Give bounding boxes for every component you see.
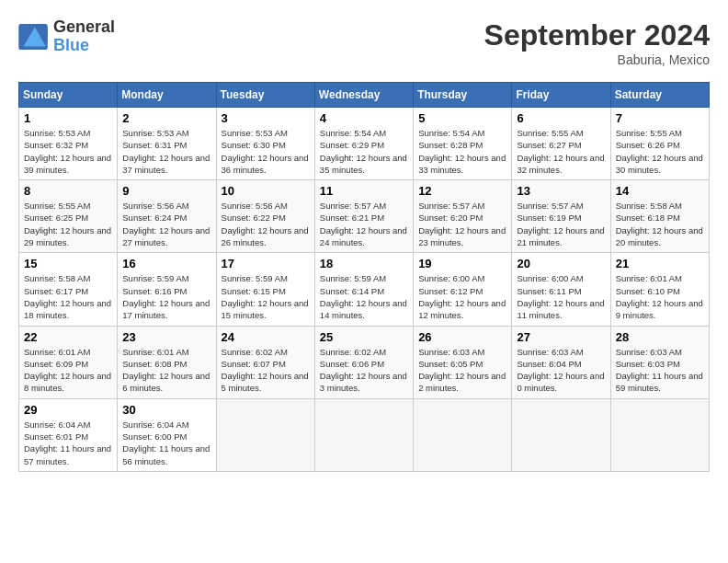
calendar-table: SundayMondayTuesdayWednesdayThursdayFrid…: [18, 82, 710, 472]
day-info: Sunrise: 6:03 AMSunset: 6:05 PMDaylight:…: [418, 346, 506, 395]
logo: General Blue: [18, 18, 115, 55]
day-info: Sunrise: 5:57 AMSunset: 6:19 PMDaylight:…: [517, 200, 605, 248]
day-info: Sunrise: 5:55 AMSunset: 6:25 PMDaylight:…: [24, 200, 112, 248]
calendar-cell: [512, 398, 610, 471]
day-number: 26: [418, 330, 506, 344]
location: Baburia, Mexico: [484, 52, 710, 67]
day-info: Sunrise: 6:01 AMSunset: 6:09 PMDaylight:…: [24, 346, 112, 395]
day-number: 13: [517, 184, 605, 198]
page-header: General Blue September 2024 Baburia, Mex…: [18, 18, 710, 67]
day-number: 3: [222, 111, 310, 125]
day-info: Sunrise: 5:59 AMSunset: 6:15 PMDaylight:…: [222, 272, 310, 321]
day-info: Sunrise: 6:02 AMSunset: 6:06 PMDaylight:…: [320, 346, 408, 395]
calendar-cell: 1 Sunrise: 5:53 AMSunset: 6:32 PMDayligh…: [19, 108, 118, 180]
day-number: 30: [122, 403, 210, 417]
header-cell-friday: Friday: [512, 83, 610, 108]
calendar-cell: 6 Sunrise: 5:55 AMSunset: 6:27 PMDayligh…: [512, 108, 610, 180]
header-cell-tuesday: Tuesday: [216, 83, 314, 108]
calendar-week-5: 29 Sunrise: 6:04 AMSunset: 6:01 PMDaylig…: [19, 398, 710, 471]
day-number: 14: [616, 184, 704, 198]
day-info: Sunrise: 6:01 AMSunset: 6:10 PMDaylight:…: [616, 272, 704, 321]
day-number: 27: [517, 330, 605, 344]
header-cell-wednesday: Wednesday: [314, 83, 413, 108]
day-number: 7: [616, 111, 704, 125]
day-number: 20: [517, 257, 605, 270]
calendar-cell: 27 Sunrise: 6:03 AMSunset: 6:04 PMDaylig…: [512, 326, 610, 398]
day-info: Sunrise: 5:56 AMSunset: 6:22 PMDaylight:…: [222, 200, 310, 248]
day-number: 2: [122, 111, 210, 125]
calendar-week-4: 22 Sunrise: 6:01 AMSunset: 6:09 PMDaylig…: [19, 326, 710, 398]
day-info: Sunrise: 6:00 AMSunset: 6:11 PMDaylight:…: [517, 272, 605, 321]
month-title: September 2024: [484, 18, 710, 52]
header-cell-saturday: Saturday: [610, 83, 709, 108]
calendar-cell: 14 Sunrise: 5:58 AMSunset: 6:18 PMDaylig…: [610, 180, 709, 253]
calendar-cell: 29 Sunrise: 6:04 AMSunset: 6:01 PMDaylig…: [19, 398, 118, 471]
day-number: 28: [616, 330, 704, 344]
day-info: Sunrise: 5:57 AMSunset: 6:20 PMDaylight:…: [418, 200, 506, 248]
header-cell-monday: Monday: [118, 83, 216, 108]
calendar-week-2: 8 Sunrise: 5:55 AMSunset: 6:25 PMDayligh…: [19, 180, 710, 253]
day-info: Sunrise: 5:58 AMSunset: 6:18 PMDaylight:…: [616, 200, 704, 248]
day-info: Sunrise: 5:54 AMSunset: 6:28 PMDaylight:…: [418, 127, 506, 176]
calendar-cell: 17 Sunrise: 5:59 AMSunset: 6:15 PMDaylig…: [216, 253, 314, 326]
day-number: 9: [122, 184, 210, 198]
calendar-cell: [216, 398, 314, 471]
day-info: Sunrise: 5:57 AMSunset: 6:21 PMDaylight:…: [320, 200, 408, 248]
day-number: 6: [517, 111, 605, 125]
calendar-cell: 5 Sunrise: 5:54 AMSunset: 6:28 PMDayligh…: [414, 108, 512, 180]
day-number: 8: [24, 184, 112, 198]
calendar-cell: 26 Sunrise: 6:03 AMSunset: 6:05 PMDaylig…: [414, 326, 512, 398]
header-cell-thursday: Thursday: [414, 83, 512, 108]
day-number: 21: [616, 257, 704, 270]
logo-line2: Blue: [53, 37, 115, 55]
logo-line1: General: [53, 18, 115, 37]
calendar-cell: 4 Sunrise: 5:54 AMSunset: 6:29 PMDayligh…: [314, 108, 413, 180]
calendar-cell: [314, 398, 413, 471]
calendar-cell: 15 Sunrise: 5:58 AMSunset: 6:17 PMDaylig…: [19, 253, 118, 326]
day-info: Sunrise: 6:03 AMSunset: 6:04 PMDaylight:…: [517, 346, 605, 395]
day-info: Sunrise: 5:58 AMSunset: 6:17 PMDaylight:…: [24, 272, 112, 321]
day-number: 4: [320, 111, 408, 125]
day-info: Sunrise: 6:03 AMSunset: 6:03 PMDaylight:…: [616, 346, 704, 395]
calendar-cell: 30 Sunrise: 6:04 AMSunset: 6:00 PMDaylig…: [118, 398, 216, 471]
day-info: Sunrise: 5:56 AMSunset: 6:24 PMDaylight:…: [122, 200, 210, 248]
calendar-cell: 3 Sunrise: 5:53 AMSunset: 6:30 PMDayligh…: [216, 108, 314, 180]
calendar-cell: [610, 398, 709, 471]
day-info: Sunrise: 5:55 AMSunset: 6:27 PMDaylight:…: [517, 127, 605, 176]
day-number: 16: [122, 257, 210, 270]
calendar-cell: 28 Sunrise: 6:03 AMSunset: 6:03 PMDaylig…: [610, 326, 709, 398]
day-info: Sunrise: 5:59 AMSunset: 6:14 PMDaylight:…: [320, 272, 408, 321]
calendar-cell: 10 Sunrise: 5:56 AMSunset: 6:22 PMDaylig…: [216, 180, 314, 253]
calendar-cell: 24 Sunrise: 6:02 AMSunset: 6:07 PMDaylig…: [216, 326, 314, 398]
calendar-cell: 22 Sunrise: 6:01 AMSunset: 6:09 PMDaylig…: [19, 326, 118, 398]
calendar-cell: 9 Sunrise: 5:56 AMSunset: 6:24 PMDayligh…: [118, 180, 216, 253]
calendar-cell: 19 Sunrise: 6:00 AMSunset: 6:12 PMDaylig…: [414, 253, 512, 326]
title-area: September 2024 Baburia, Mexico: [484, 18, 710, 67]
day-number: 11: [320, 184, 408, 198]
day-info: Sunrise: 5:59 AMSunset: 6:16 PMDaylight:…: [122, 272, 210, 321]
calendar-cell: 20 Sunrise: 6:00 AMSunset: 6:11 PMDaylig…: [512, 253, 610, 326]
day-number: 15: [24, 257, 112, 270]
calendar-body: 1 Sunrise: 5:53 AMSunset: 6:32 PMDayligh…: [19, 108, 710, 472]
calendar-cell: 21 Sunrise: 6:01 AMSunset: 6:10 PMDaylig…: [610, 253, 709, 326]
day-info: Sunrise: 5:53 AMSunset: 6:30 PMDaylight:…: [222, 127, 310, 176]
day-number: 25: [320, 330, 408, 344]
day-number: 24: [222, 330, 310, 344]
calendar-cell: 23 Sunrise: 6:01 AMSunset: 6:08 PMDaylig…: [118, 326, 216, 398]
header-cell-sunday: Sunday: [19, 83, 118, 108]
calendar-week-1: 1 Sunrise: 5:53 AMSunset: 6:32 PMDayligh…: [19, 108, 710, 180]
day-info: Sunrise: 6:04 AMSunset: 6:00 PMDaylight:…: [122, 419, 210, 467]
day-number: 23: [122, 330, 210, 344]
calendar-cell: 2 Sunrise: 5:53 AMSunset: 6:31 PMDayligh…: [118, 108, 216, 180]
day-number: 29: [24, 403, 112, 417]
day-info: Sunrise: 6:00 AMSunset: 6:12 PMDaylight:…: [418, 272, 506, 321]
calendar-cell: 12 Sunrise: 5:57 AMSunset: 6:20 PMDaylig…: [414, 180, 512, 253]
calendar-cell: 13 Sunrise: 5:57 AMSunset: 6:19 PMDaylig…: [512, 180, 610, 253]
day-info: Sunrise: 6:01 AMSunset: 6:08 PMDaylight:…: [122, 346, 210, 395]
day-info: Sunrise: 5:53 AMSunset: 6:31 PMDaylight:…: [122, 127, 210, 176]
day-number: 22: [24, 330, 112, 344]
day-info: Sunrise: 6:04 AMSunset: 6:01 PMDaylight:…: [24, 419, 112, 467]
day-info: Sunrise: 5:55 AMSunset: 6:26 PMDaylight:…: [616, 127, 704, 176]
day-number: 12: [418, 184, 506, 198]
calendar-cell: 25 Sunrise: 6:02 AMSunset: 6:06 PMDaylig…: [314, 326, 413, 398]
